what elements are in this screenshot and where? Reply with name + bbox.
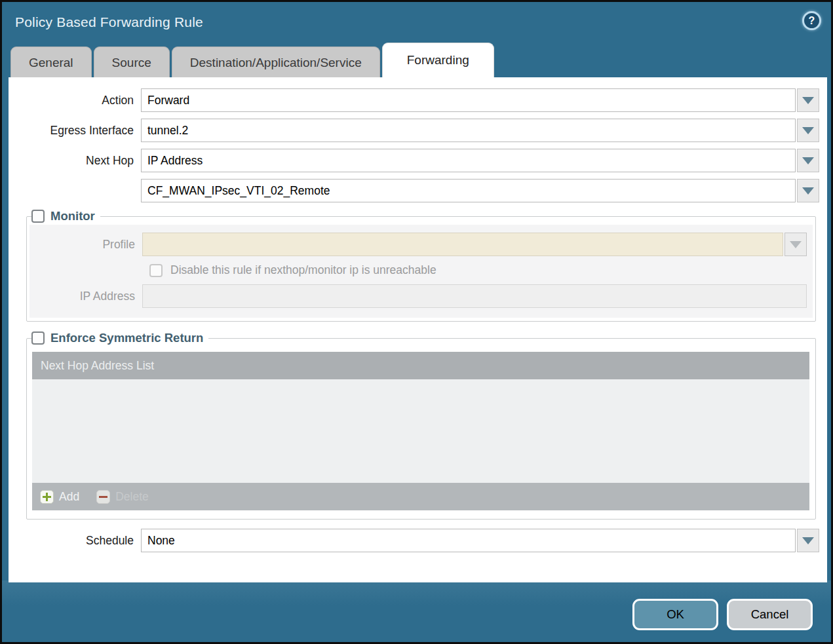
next-hop-address-dropdown-button[interactable] [797, 179, 819, 202]
next-hop-address-list-body[interactable] [32, 379, 809, 483]
help-icon[interactable]: ? [802, 11, 821, 30]
monitor-panel: Profile Disable this rule if nexthop/mon… [29, 225, 813, 318]
next-hop-address-list-toolbar: Add Delete [32, 483, 809, 510]
monitor-ip-address-input [142, 284, 807, 308]
tab-forwarding[interactable]: Forwarding [382, 43, 494, 77]
next-hop-row: Next Hop IP Address [9, 149, 819, 172]
dialog-title: Policy Based Forwarding Rule [15, 14, 203, 30]
monitor-legend-label: Monitor [50, 209, 95, 223]
disable-rule-checkbox [149, 264, 163, 277]
minus-icon [96, 490, 110, 504]
profile-label: Profile [29, 238, 142, 252]
title-bar: Policy Based Forwarding Rule ? [2, 2, 831, 41]
chevron-down-icon [802, 127, 814, 134]
monitor-checkbox[interactable] [31, 210, 45, 223]
profile-select [142, 233, 783, 256]
egress-interface-row: Egress Interface tunnel.2 [9, 119, 819, 142]
monitor-legend: Monitor [31, 209, 100, 223]
action-dropdown-button[interactable] [797, 88, 819, 112]
next-hop-type-select[interactable]: IP Address [141, 149, 796, 172]
dialog-footer: OK Cancel [2, 580, 831, 642]
schedule-label: Schedule [9, 534, 141, 548]
action-row: Action Forward [9, 88, 819, 112]
profile-dropdown-button [785, 233, 807, 256]
help-icon-glyph: ? [809, 15, 815, 27]
next-hop-dropdown-button[interactable] [797, 149, 819, 172]
tab-general[interactable]: General [10, 47, 92, 77]
monitor-ip-address-label: IP Address [29, 290, 142, 303]
egress-interface-label: Egress Interface [9, 124, 141, 138]
chevron-down-icon [790, 241, 802, 248]
forwarding-tab-panel: Action Forward Egress Interface tunnel.2… [9, 77, 827, 582]
disable-rule-row: Disable this rule if nexthop/monitor ip … [149, 263, 807, 277]
schedule-dropdown-button[interactable] [797, 529, 819, 552]
schedule-row: Schedule None [9, 529, 819, 552]
tab-bar: General Source Destination/Application/S… [2, 41, 831, 77]
next-hop-address-list-header: Next Hop Address List [32, 352, 809, 379]
footer-buttons: OK Cancel [632, 599, 813, 630]
chevron-down-icon [802, 97, 814, 104]
next-hop-label: Next Hop [9, 154, 141, 168]
delete-button-label: Delete [115, 490, 149, 504]
chevron-down-icon [802, 187, 814, 195]
next-hop-address-table: Next Hop Address List Add [32, 352, 809, 510]
symmetric-return-fieldset: Enforce Symmetric Return Next Hop Addres… [26, 331, 816, 520]
tab-source[interactable]: Source [94, 47, 170, 77]
next-hop-address-row: CF_MWAN_IPsec_VTI_02_Remote [9, 179, 819, 202]
ok-button[interactable]: OK [632, 599, 718, 630]
disable-rule-label: Disable this rule if nexthop/monitor ip … [170, 263, 436, 277]
plus-icon [40, 490, 54, 504]
egress-interface-select[interactable]: tunnel.2 [141, 119, 796, 142]
schedule-select[interactable]: None [141, 529, 796, 552]
egress-interface-dropdown-button[interactable] [797, 119, 819, 142]
monitor-ip-address-row: IP Address [29, 284, 807, 308]
add-button[interactable]: Add [40, 490, 79, 504]
add-button-label: Add [59, 490, 79, 504]
tab-destination-application-service[interactable]: Destination/Application/Service [172, 47, 380, 77]
symmetric-return-checkbox[interactable] [31, 331, 45, 345]
monitor-fieldset: Monitor Profile Disable this rule if nex… [26, 209, 816, 322]
delete-button: Delete [96, 490, 149, 504]
action-select[interactable]: Forward [141, 88, 796, 112]
symmetric-return-legend-label: Enforce Symmetric Return [50, 331, 203, 345]
cancel-button[interactable]: Cancel [727, 599, 813, 630]
symmetric-return-legend: Enforce Symmetric Return [31, 331, 208, 345]
next-hop-address-select[interactable]: CF_MWAN_IPsec_VTI_02_Remote [141, 179, 796, 202]
policy-based-forwarding-dialog: Policy Based Forwarding Rule ? General S… [0, 0, 833, 644]
chevron-down-icon [802, 157, 814, 164]
action-label: Action [9, 94, 141, 107]
chevron-down-icon [802, 537, 814, 544]
profile-row: Profile [29, 233, 807, 256]
